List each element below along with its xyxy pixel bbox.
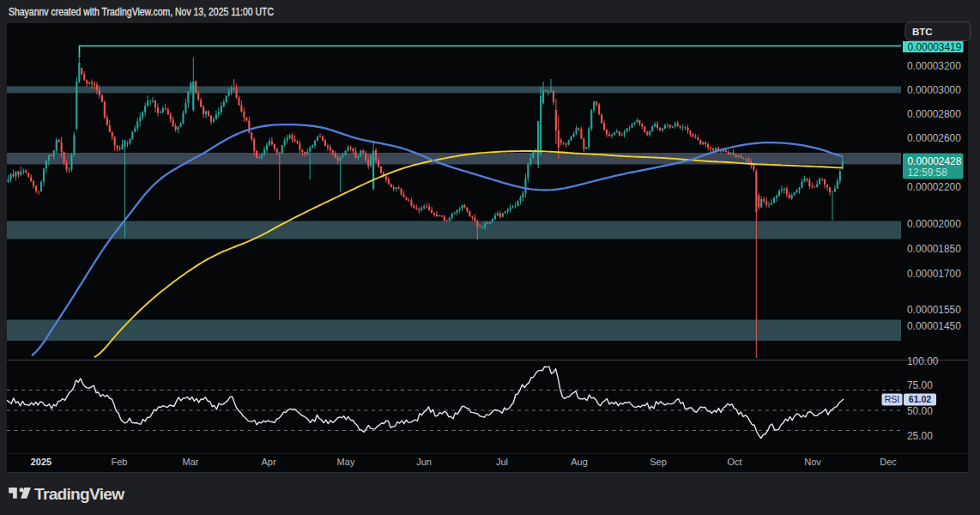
svg-text:Nov: Nov — [804, 457, 821, 467]
svg-text:Sep: Sep — [650, 457, 667, 467]
svg-text:Jul: Jul — [496, 457, 508, 467]
svg-text:0.00001700: 0.00001700 — [907, 268, 961, 280]
svg-text:100.00: 100.00 — [907, 355, 939, 367]
svg-text:0.00001550: 0.00001550 — [907, 304, 961, 316]
svg-text:25.00: 25.00 — [907, 430, 933, 442]
svg-text:Shayannv created with TradingV: Shayannv created with TradingView.com, N… — [9, 6, 274, 18]
svg-text:0.00002000: 0.00002000 — [907, 218, 961, 230]
svg-text:0.00001450: 0.00001450 — [907, 320, 961, 332]
svg-text:May: May — [337, 457, 355, 467]
svg-text:Aug: Aug — [571, 457, 588, 467]
svg-text:50.00: 50.00 — [907, 405, 933, 417]
svg-text:12:59:58: 12:59:58 — [908, 167, 948, 179]
svg-text:0.00003200: 0.00003200 — [907, 60, 961, 72]
svg-text:TradingView: TradingView — [34, 485, 124, 503]
svg-text:61.02: 61.02 — [909, 394, 932, 404]
svg-text:Apr: Apr — [261, 457, 275, 467]
svg-text:Dec: Dec — [880, 457, 897, 467]
svg-text:0.00003000: 0.00003000 — [907, 84, 961, 96]
svg-text:0.00002800: 0.00002800 — [907, 108, 961, 120]
svg-text:0.00001850: 0.00001850 — [907, 243, 961, 255]
svg-text:Feb: Feb — [112, 457, 128, 467]
svg-text:0.00002428: 0.00002428 — [908, 155, 962, 167]
svg-text:0.00002600: 0.00002600 — [907, 132, 961, 144]
svg-text:Mar: Mar — [183, 457, 199, 467]
svg-text:2025: 2025 — [31, 457, 51, 467]
svg-text:RSI: RSI — [885, 394, 900, 404]
svg-text:Jun: Jun — [416, 457, 432, 467]
svg-text:BTC: BTC — [912, 27, 933, 37]
svg-text:0.00003419: 0.00003419 — [908, 41, 962, 53]
svg-text:Oct: Oct — [727, 457, 741, 467]
svg-text:0.00002200: 0.00002200 — [907, 181, 961, 193]
svg-text:75.00: 75.00 — [907, 379, 933, 391]
